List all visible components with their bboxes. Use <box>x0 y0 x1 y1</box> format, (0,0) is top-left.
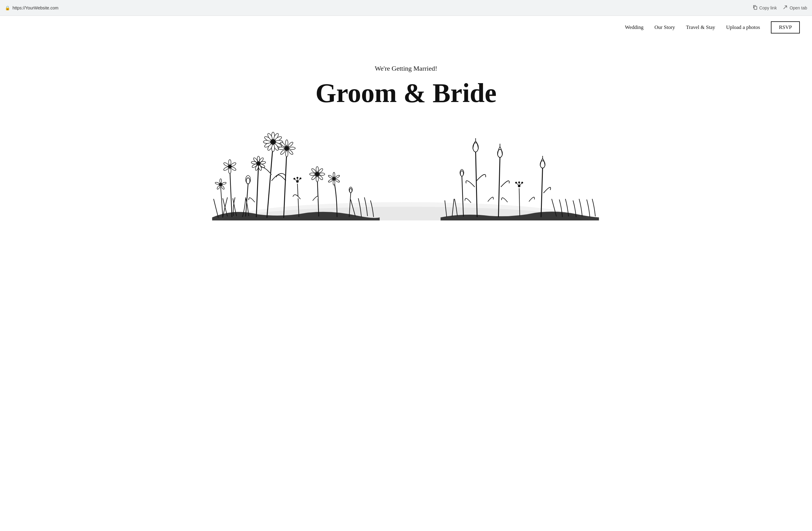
hero-section: We're Getting Married! Groom & Bride <box>0 39 812 228</box>
svg-line-103 <box>519 183 522 186</box>
svg-point-56 <box>229 160 231 165</box>
svg-point-67 <box>221 186 225 190</box>
svg-point-66 <box>222 182 226 185</box>
svg-line-77 <box>298 179 300 181</box>
ground-arc <box>0 117 812 220</box>
svg-point-82 <box>335 179 340 183</box>
svg-point-52 <box>311 168 317 174</box>
svg-line-3 <box>267 144 273 217</box>
svg-line-54 <box>230 169 232 217</box>
nav-wedding[interactable]: Wedding <box>625 24 643 30</box>
svg-point-48 <box>318 175 323 180</box>
copy-link-button[interactable]: Copy link <box>753 5 777 11</box>
svg-point-85 <box>328 175 333 179</box>
svg-point-58 <box>231 166 237 171</box>
svg-point-40 <box>257 162 260 165</box>
hero-subtitle: We're Getting Married! <box>375 64 437 72</box>
browser-actions: Copy link Open tab <box>753 5 807 11</box>
open-tab-icon <box>783 5 788 11</box>
floral-illustration <box>0 117 812 220</box>
svg-line-29 <box>257 166 259 217</box>
svg-point-61 <box>223 162 229 167</box>
browser-address-bar: 🔒 https://YourWebsite.com <box>5 5 58 10</box>
svg-point-62 <box>229 165 231 168</box>
svg-point-68 <box>217 186 220 190</box>
svg-point-24 <box>286 151 288 157</box>
svg-point-20 <box>286 140 288 146</box>
svg-point-102 <box>518 181 520 183</box>
svg-point-86 <box>333 177 335 180</box>
svg-point-50 <box>311 175 317 180</box>
nav-our-story[interactable]: Our Story <box>654 24 675 30</box>
svg-point-57 <box>231 162 237 167</box>
svg-point-17 <box>271 140 275 144</box>
svg-point-84 <box>328 179 333 183</box>
svg-point-60 <box>223 166 229 171</box>
browser-chrome: 🔒 https://YourWebsite.com Copy link Open… <box>0 0 812 16</box>
svg-point-47 <box>319 173 325 175</box>
svg-point-83 <box>333 180 335 185</box>
svg-rect-0 <box>754 6 757 10</box>
svg-point-80 <box>333 172 335 177</box>
svg-point-104 <box>521 182 523 183</box>
nav-rsvp-button[interactable]: RSVP <box>771 21 800 33</box>
svg-point-59 <box>229 168 231 174</box>
svg-point-81 <box>335 175 340 179</box>
svg-line-99 <box>517 183 519 186</box>
hero-title: Groom & Bride <box>316 78 497 108</box>
nav-bar: Wedding Our Story Travel & Stay Upload a… <box>0 16 812 39</box>
svg-point-45 <box>316 166 319 172</box>
url-text: https://YourWebsite.com <box>13 5 58 10</box>
svg-point-21 <box>288 142 294 148</box>
svg-line-63 <box>221 187 223 217</box>
svg-point-70 <box>220 183 222 186</box>
svg-point-53 <box>316 172 319 176</box>
svg-point-22 <box>289 147 295 149</box>
svg-point-76 <box>297 177 299 179</box>
copy-icon <box>753 5 757 11</box>
lock-icon: 🔒 <box>5 5 10 10</box>
svg-point-46 <box>318 168 323 174</box>
svg-point-78 <box>300 177 302 179</box>
nav-travel-stay[interactable]: Travel & Stay <box>686 24 715 30</box>
svg-point-28 <box>285 146 289 150</box>
svg-point-49 <box>316 176 319 182</box>
nav-upload-photos[interactable]: Upload a photos <box>726 24 760 30</box>
svg-point-25 <box>280 149 286 155</box>
svg-point-100 <box>515 182 517 183</box>
svg-point-69 <box>215 182 220 185</box>
svg-point-96 <box>461 171 464 176</box>
svg-point-42 <box>246 178 250 184</box>
svg-point-88 <box>350 189 352 193</box>
svg-point-51 <box>310 173 315 175</box>
svg-point-26 <box>278 147 285 149</box>
svg-point-74 <box>294 178 295 180</box>
open-tab-button[interactable]: Open tab <box>783 5 807 11</box>
svg-point-23 <box>288 149 294 155</box>
svg-point-65 <box>220 179 222 183</box>
